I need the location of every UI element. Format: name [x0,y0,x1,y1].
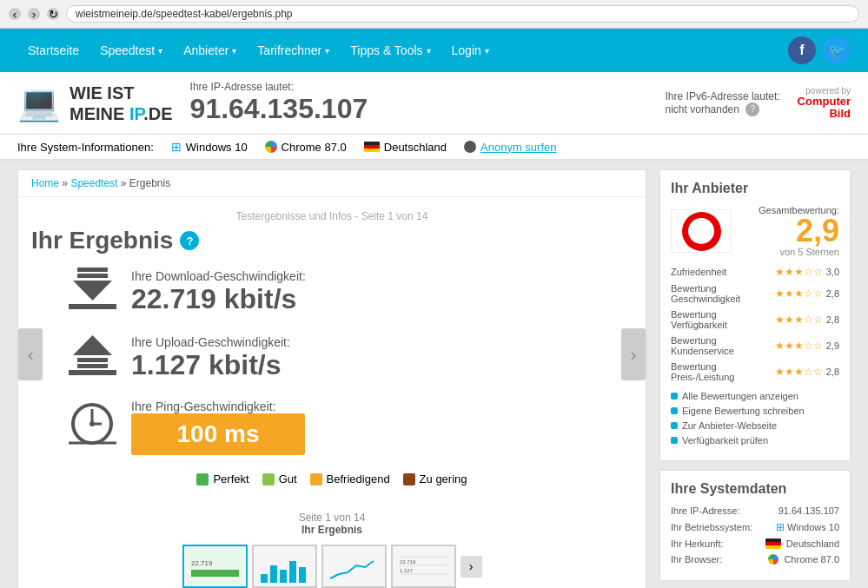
sysdata-box: Ihre Systemdaten Ihre IP-Adresse: 91.64.… [659,470,851,581]
rating-kundenservice: Bewertung Kundenservice ★★★☆☆ 2,9 [671,335,839,356]
forward-button[interactable]: › [28,8,40,20]
svg-text:22.719: 22.719 [400,559,416,565]
sysbar: Ihre System-Informationen: ⊞ Windows 10 … [0,135,868,161]
link-dot-icon [671,407,678,414]
legend-low: Zu gering [403,472,467,486]
ip-label: Ihre IP-Adresse lautet: [190,81,648,93]
ipv6-info: Ihre IPv6-Adresse lautet: nicht vorhande… [666,90,780,116]
link-all-ratings[interactable]: Alle Bewertungen anzeigen [671,391,839,401]
upload-icon [66,334,118,382]
reload-button[interactable]: ↻ [47,8,59,20]
breadcrumb-speedtest[interactable]: Speedtest [70,177,117,189]
rating-verfuegbarkeit: Bewertung Verfügbarkeit ★★★☆☆ 2,8 [671,309,839,330]
legend-ok: Befriedigend [310,472,390,486]
rating-geschwindigkeit: Bewertung Geschwindigkeit ★★★☆☆ 2,8 [671,283,839,304]
thumb-3[interactable] [321,545,387,588]
thumb-1[interactable]: 22.719 [182,545,248,588]
svg-rect-5 [77,358,108,362]
svg-rect-21 [299,567,306,583]
thumb-2[interactable] [252,545,317,588]
link-dot-icon [671,422,678,429]
vodafone-circle [682,212,721,251]
sysdata-os: Ihr Betriebssystem: ⊞ Windows 10 [671,521,839,533]
svg-marker-4 [73,335,112,355]
thumb-next[interactable]: › [461,556,482,578]
anon-icon [464,141,476,153]
svg-marker-2 [73,281,112,301]
computer-bild-logo: ComputerBild [798,96,851,121]
sysdata-ip: Ihre IP-Adresse: 91.64.135.107 [671,505,839,516]
nav-startseite[interactable]: Startseite [17,29,89,72]
browser-info: Chrome 87.0 [265,141,347,154]
breadcrumb-home[interactable]: Home [31,177,59,189]
twitter-button[interactable]: 🐦 [823,36,851,64]
link-dot-icon [671,393,678,400]
upload-info: Ihre Upload-Geschwindigkeit: 1.127 kbit/… [131,335,290,381]
svg-rect-7 [69,370,116,375]
legend-ok-color [310,473,322,486]
ipv6-help-icon[interactable]: ? [745,102,759,116]
svg-rect-0 [77,268,108,272]
svg-rect-1 [77,274,108,278]
result-title: Ihr Ergebnis ? [31,227,633,254]
nav-anbieter[interactable]: Anbieter ▾ [173,29,247,72]
provider-title: Ihr Anbieter [671,181,839,196]
svg-rect-19 [280,570,287,583]
next-arrow[interactable]: › [621,328,646,380]
page-info: Testergebnisse und Infos - Seite 1 von 1… [31,210,633,222]
prev-arrow[interactable]: ‹ [18,328,43,380]
legend-perfect: Perfekt [196,472,248,486]
os-info: ⊞ Windows 10 [171,140,248,154]
nav-speedtest[interactable]: Speedtest ▾ [89,29,173,72]
nav-login-arrow: ▾ [485,46,489,56]
link-provider-site[interactable]: Zur Anbieter-Webseite [671,420,839,431]
overall-rating: Gesamtbewertung: 2,9 von 5 Sternen [759,205,839,257]
navbar: Startseite Speedtest ▾ Anbieter ▾ Tarifr… [0,29,868,72]
stars-zufriedenheit: ★★★☆☆ [775,266,823,278]
sysdata-title: Ihre Systemdaten [671,481,839,497]
download-icon [66,268,118,316]
address-bar[interactable]: wieistmeineip.de/speedtest-kabel/ergebni… [66,5,859,23]
nav-tipps[interactable]: Tipps & Tools ▾ [340,29,441,72]
anon-link[interactable]: Anonym surfen [480,141,556,154]
pagination: Seite 1 von 14 Ihr Ergebnis [18,512,646,536]
header-info-bar: 💻 WIE ISTMEINE IP.DE Ihre IP-Adresse lau… [0,72,868,135]
flag-de-icon-small [765,538,781,549]
nav-login[interactable]: Login ▾ [441,29,500,72]
thumb-4[interactable]: 22.719 1.127 [391,545,456,588]
download-info: Ihre Download-Geschwindigkeit: 22.719 kb… [131,269,306,315]
link-own-rating[interactable]: Eigene Bewertung schreiben [671,406,839,416]
nav-tarifrechner[interactable]: Tarifrechner ▾ [247,29,340,72]
breadcrumb: Home » Speedtest » Ergebnis [18,170,646,197]
nav-tarifrechner-arrow: ▾ [325,46,329,56]
svg-rect-15 [191,570,239,577]
left-panel: Home » Speedtest » Ergebnis ‹ › Testerge… [17,169,646,588]
provider-box: Ihr Anbieter Gesamtbewertung: 2,9 von 5 … [659,169,851,461]
back-button[interactable]: ‹ [9,8,21,20]
country-info: Deutschland [364,141,447,154]
right-panel: Ihr Anbieter Gesamtbewertung: 2,9 von 5 … [659,169,851,588]
chrome-icon [265,141,277,153]
sysdata-browser: Ihr Browser: Chrome 87.0 [671,554,839,565]
nav-speedtest-arrow: ▾ [158,46,162,56]
upload-row: Ihre Upload-Geschwindigkeit: 1.127 kbit/… [31,334,633,382]
svg-rect-3 [69,304,116,309]
stars-verfuegbarkeit: ★★★☆☆ [775,314,823,326]
nav-anbieter-arrow: ▾ [232,46,236,56]
germany-flag-icon [364,142,380,152]
svg-text:22.719: 22.719 [191,559,213,567]
stars-kundenservice: ★★★☆☆ [775,340,823,352]
svg-rect-23 [395,548,452,585]
legend-good: Gut [262,472,297,486]
laptop-icon: 💻 [17,83,61,123]
facebook-button[interactable]: f [788,36,816,64]
link-availability[interactable]: Verfügbarkeit prüfen [671,435,839,446]
svg-rect-18 [270,565,277,583]
vodafone-logo [671,209,732,253]
rating-preis-leistung: Bewertung Preis-/Leistung ★★★☆☆ 2,8 [671,361,839,382]
result-area: ‹ › Testergebnisse und Infos - Seite 1 v… [18,197,646,512]
help-icon[interactable]: ? [180,231,199,250]
logo-text: WIE ISTMEINE IP.DE [70,83,173,124]
ping-value: 100 ms [131,413,305,455]
win-icon-small: ⊞ [776,521,785,533]
